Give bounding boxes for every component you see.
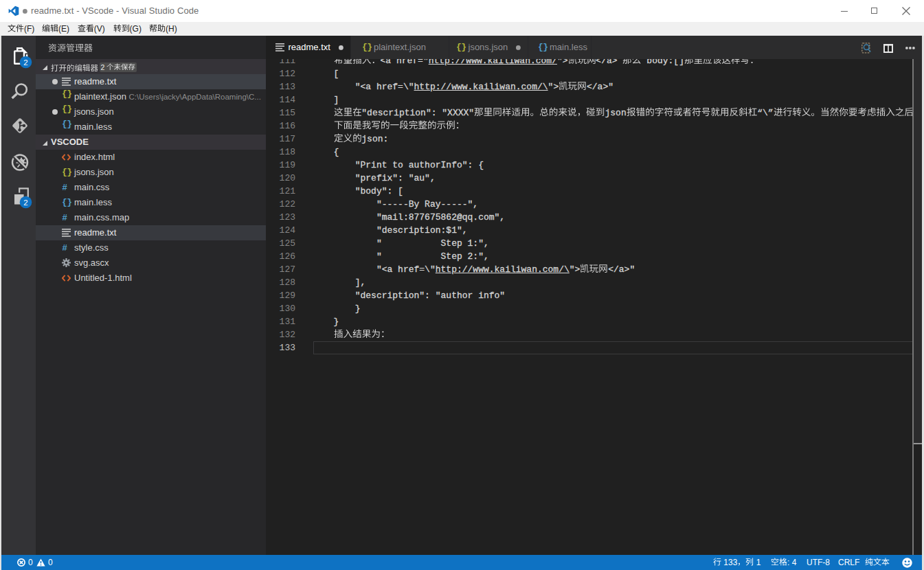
svg-text:2: 2 [23,198,27,207]
svg-text:2: 2 [23,58,27,67]
